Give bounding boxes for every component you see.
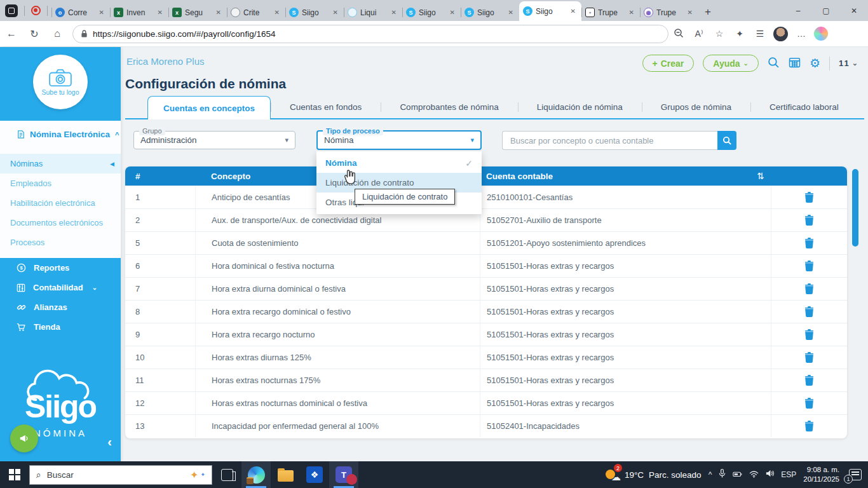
tab-close-icon[interactable]: ✕ <box>569 7 578 15</box>
browser-tab[interactable]: x Segu ✕ <box>168 4 227 21</box>
browser-tab[interactable]: S Siigo ✕ <box>285 4 344 21</box>
back-icon[interactable]: ← <box>0 28 23 39</box>
wifi-icon[interactable] <box>749 469 759 480</box>
speaker-icon[interactable] <box>765 469 775 480</box>
browser-tab[interactable]: S Siigo ✕ <box>461 4 519 21</box>
browser-tab[interactable]: ◉ Trupe ✕ <box>640 4 698 21</box>
new-tab-button[interactable]: + <box>698 6 717 21</box>
sidebar-section-header[interactable]: Nómina Electrónica ^ <box>0 130 121 139</box>
browser-tab[interactable]: Crite ✕ <box>227 4 285 21</box>
sidebar-item-contabilidad[interactable]: Contabilidad ⌄ <box>0 278 121 297</box>
maximize-button[interactable]: ▢ <box>812 0 840 21</box>
profile-avatar[interactable] <box>773 27 788 41</box>
weather-widget[interactable]: ☁ 2 19°C Parc. soleado <box>604 467 702 482</box>
tab-close-icon[interactable]: ✕ <box>506 8 515 17</box>
url-bar[interactable]: https://siigonube.siigo.com/#/payroll/co… <box>72 25 668 43</box>
zoom-out-icon[interactable] <box>668 28 689 40</box>
refresh-icon[interactable]: ↻ <box>23 28 46 40</box>
workspaces-icon[interactable] <box>5 4 18 17</box>
gear-icon[interactable]: ⚙ <box>810 57 820 69</box>
tab-close-icon[interactable]: ✕ <box>331 8 340 17</box>
taskbar-edge[interactable] <box>241 461 271 488</box>
search-button[interactable] <box>717 131 736 150</box>
page-tab[interactable]: Cuentas en conceptos <box>147 96 271 119</box>
delete-button[interactable] <box>771 232 847 254</box>
delete-button[interactable] <box>771 186 847 208</box>
taskbar-search[interactable]: ⌕ Buscar ✦ ✦ <box>29 465 212 485</box>
copilot-icon[interactable] <box>814 27 828 41</box>
language-indicator[interactable]: ESP <box>781 470 796 479</box>
sidebar-item[interactable]: Habilitación electrónica ◀ <box>0 193 121 213</box>
page-tab[interactable]: Certificado laboral <box>750 96 858 118</box>
favorite-star-icon[interactable]: ☆ <box>709 29 729 39</box>
delete-button[interactable] <box>771 255 847 277</box>
start-button[interactable] <box>0 461 29 488</box>
crear-button[interactable]: + Crear <box>642 55 695 72</box>
browser-essentials-icon[interactable]: ✦ <box>729 29 750 39</box>
browser-tab[interactable]: ▫ Trupe ✕ <box>581 4 640 21</box>
dropdown-option-nomina[interactable]: Nómina ✓ <box>316 153 482 173</box>
page-tab[interactable]: Cuentas en fondos <box>271 96 381 118</box>
tray-chevron-icon[interactable]: ^ <box>709 470 712 479</box>
delete-button[interactable] <box>771 392 847 414</box>
grupo-select[interactable]: Grupo Administración ▾ <box>133 131 295 149</box>
page-tab[interactable]: Liquidación de nómina <box>518 96 642 118</box>
page-tab[interactable]: Grupos de nómina <box>642 96 750 118</box>
delete-button[interactable] <box>771 301 847 323</box>
delete-button[interactable] <box>771 278 847 300</box>
collapse-sidebar-icon[interactable]: ‹ <box>107 435 112 449</box>
home-icon[interactable]: ⌂ <box>46 28 69 39</box>
tab-close-icon[interactable]: ✕ <box>390 8 398 17</box>
browser-tab[interactable]: o Corre ✕ <box>51 4 110 21</box>
tab-close-icon[interactable]: ✕ <box>448 8 457 17</box>
ayuda-button[interactable]: Ayuda ⌄ <box>703 55 759 72</box>
delete-button[interactable] <box>771 369 847 391</box>
sidebar-item[interactable]: Procesos ◀ <box>0 233 121 252</box>
browser-tab[interactable]: x Inven ✕ <box>110 4 168 21</box>
read-aloud-icon[interactable]: A⁾ <box>689 29 709 39</box>
tab-close-icon[interactable]: ✕ <box>97 8 106 17</box>
tab-close-icon[interactable]: ✕ <box>686 8 695 17</box>
delete-button[interactable] <box>771 415 847 437</box>
taskbar-app[interactable]: ❖ <box>300 461 329 488</box>
battery-icon[interactable] <box>733 469 743 480</box>
taskbar-explorer[interactable] <box>271 461 300 488</box>
tipo-proceso-select[interactable]: Tipo de proceso Nómina ▾ <box>316 130 482 150</box>
sidebar-item[interactable]: Nóminas ◀ <box>0 154 121 173</box>
trash-icon <box>804 283 814 294</box>
tab-close-icon[interactable]: ✕ <box>273 8 281 17</box>
table-scrollbar[interactable] <box>852 169 858 247</box>
sidebar-item-tienda[interactable]: Tienda <box>0 317 121 337</box>
sidebar-item[interactable]: Documentos electrónicos ◀ <box>0 213 121 233</box>
notification-center-icon[interactable]: 1 <box>849 469 862 480</box>
browser-tab[interactable]: S Siigo ✕ <box>519 1 581 21</box>
page-tab[interactable]: Comprobantes de nómina <box>381 96 517 118</box>
record-icon[interactable] <box>31 6 41 15</box>
sidebar-item[interactable]: Empleados ◀ <box>0 173 121 193</box>
browser-tab[interactable]: S Siigo ✕ <box>402 4 461 21</box>
sort-icon[interactable]: ⇅ <box>757 171 771 181</box>
task-view-button[interactable] <box>212 461 241 488</box>
sidebar-item-reportes[interactable]: $ Reportes <box>0 258 121 278</box>
tab-close-icon[interactable]: ✕ <box>156 8 165 17</box>
taskbar-teams[interactable]: T <box>329 461 358 488</box>
delete-button[interactable] <box>771 323 847 346</box>
favorites-bar-icon[interactable]: ☰ <box>750 29 770 39</box>
browser-menu-icon[interactable]: … <box>791 29 811 39</box>
sidebar-item-alianzas[interactable]: Alianzas <box>0 297 121 317</box>
microphone-icon[interactable] <box>718 468 726 481</box>
minimize-button[interactable]: – <box>784 0 812 21</box>
search-icon[interactable] <box>768 57 780 71</box>
delete-button[interactable] <box>771 209 847 231</box>
announcements-button[interactable] <box>10 424 38 452</box>
tab-close-icon[interactable]: ✕ <box>214 8 223 17</box>
calendar-icon[interactable] <box>789 57 801 70</box>
upload-logo-button[interactable]: Sube tu logo <box>33 55 88 109</box>
search-input[interactable] <box>502 131 717 150</box>
tab-close-icon[interactable]: ✕ <box>627 8 636 17</box>
org-selector[interactable]: 11 ⌄ <box>839 58 858 68</box>
close-button[interactable]: ✕ <box>840 0 868 21</box>
delete-button[interactable] <box>771 346 847 369</box>
browser-tab[interactable]: Liqui ✕ <box>344 4 402 21</box>
clock[interactable]: 9:08 a. m. 20/11/2025 <box>803 465 839 484</box>
